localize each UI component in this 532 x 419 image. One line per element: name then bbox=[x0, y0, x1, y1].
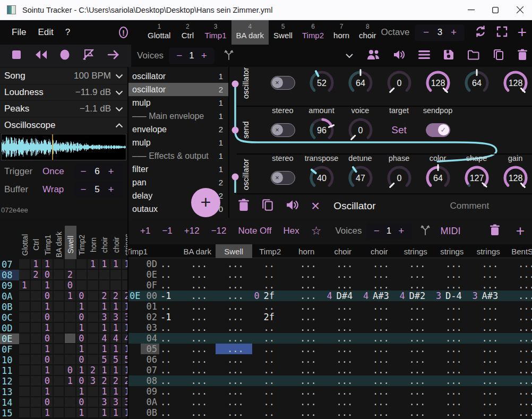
sendpop-toggle[interactable]: ✓ bbox=[426, 123, 450, 137]
order-cell[interactable] bbox=[65, 334, 76, 344]
order-cell[interactable]: 1 bbox=[76, 323, 88, 334]
note-cell[interactable]: ... bbox=[216, 407, 252, 418]
note-cell[interactable]: ... bbox=[325, 344, 362, 354]
order-cell[interactable]: 1 bbox=[99, 323, 111, 334]
instrument-tab-choir[interactable]: 8choir bbox=[354, 20, 381, 45]
order-cell[interactable]: 3 bbox=[110, 397, 122, 408]
order-cell[interactable] bbox=[99, 270, 111, 280]
note-cell[interactable]: ... bbox=[361, 407, 398, 418]
note-cell[interactable]: ... bbox=[325, 354, 362, 365]
order-cell[interactable]: 0 bbox=[76, 312, 88, 323]
order-cell[interactable] bbox=[65, 302, 76, 312]
order-cell[interactable]: 0 bbox=[76, 355, 88, 365]
knob-shape[interactable]: 127 bbox=[463, 164, 491, 192]
note-cell[interactable]: ... bbox=[434, 386, 470, 397]
order-cell[interactable] bbox=[19, 355, 31, 365]
order-cell[interactable] bbox=[31, 323, 42, 334]
order-cell[interactable]: 1 bbox=[65, 291, 76, 302]
instrument-tab-swell[interactable]: 5Swell bbox=[269, 20, 297, 45]
order-cell[interactable] bbox=[54, 355, 65, 365]
star-icon[interactable]: ☆ bbox=[311, 224, 322, 238]
note-cell[interactable]: .. bbox=[252, 397, 289, 407]
order-cell[interactable] bbox=[65, 397, 76, 408]
order-cell[interactable]: 1 bbox=[110, 365, 122, 376]
note-cell[interactable]: ... bbox=[361, 259, 398, 269]
menu-item-edit[interactable]: Edit bbox=[38, 27, 53, 38]
order-column-header-swell[interactable]: Swell bbox=[65, 226, 76, 264]
order-cell[interactable]: 2 bbox=[99, 291, 111, 302]
note-cell[interactable]: ... bbox=[507, 322, 532, 333]
order-cell[interactable] bbox=[65, 344, 76, 355]
order-cell[interactable]: 1 bbox=[42, 280, 54, 291]
note-cell[interactable]: ... bbox=[288, 386, 325, 397]
unit-list-item-pan[interactable]: pan2 bbox=[128, 176, 228, 189]
order-cell[interactable] bbox=[19, 397, 31, 408]
order-cell[interactable] bbox=[88, 408, 99, 418]
note-cell[interactable]: ... bbox=[434, 280, 470, 290]
note-cell[interactable]: ... bbox=[470, 397, 507, 407]
note-cell[interactable]: ... bbox=[507, 344, 532, 354]
track-header-strings[interactable]: strings bbox=[470, 244, 507, 258]
note-cell[interactable]: ... bbox=[361, 375, 398, 386]
loudness-row[interactable]: Loudness −11.9 dB bbox=[0, 84, 127, 100]
knob-param[interactable]: 52 bbox=[308, 69, 336, 97]
note-cell[interactable]: ... bbox=[179, 365, 216, 375]
note-cell[interactable]: ... bbox=[434, 322, 470, 333]
order-cell[interactable] bbox=[19, 334, 31, 344]
order-cell[interactable] bbox=[19, 270, 31, 280]
close-button[interactable] bbox=[508, 0, 532, 20]
order-cell[interactable] bbox=[110, 280, 122, 291]
note-cell[interactable]: ... bbox=[325, 386, 362, 397]
order-cell[interactable] bbox=[54, 376, 65, 387]
note-cell[interactable]: ... bbox=[507, 375, 532, 386]
note-cell[interactable]: ... bbox=[325, 280, 362, 290]
note-cell[interactable]: ... bbox=[398, 386, 434, 397]
note-cell[interactable]: ... bbox=[288, 397, 325, 407]
note-cell[interactable]: ... bbox=[398, 312, 434, 322]
note-cell[interactable]: ... bbox=[179, 259, 216, 269]
target-set-button[interactable]: Set bbox=[391, 124, 407, 136]
order-cell[interactable] bbox=[31, 291, 42, 302]
note-cell[interactable]: ... bbox=[325, 407, 362, 418]
warning-icon[interactable]: ! bbox=[119, 27, 128, 38]
order-cell[interactable] bbox=[54, 302, 65, 312]
order-cell[interactable]: 5 bbox=[122, 355, 128, 365]
voices-increment-button[interactable]: + bbox=[199, 50, 209, 62]
instrument-tab-glottal[interactable]: 1Glottal bbox=[143, 20, 175, 45]
note-cell[interactable]: 02f bbox=[252, 290, 289, 301]
order-cell[interactable] bbox=[65, 259, 76, 270]
note-cell[interactable]: ... bbox=[361, 322, 398, 333]
note-cell[interactable]: .. bbox=[159, 397, 179, 407]
unit-list-item-Mainenvelope[interactable]: ––– Main envelope1 bbox=[128, 109, 228, 123]
note-cell[interactable]: ... bbox=[179, 312, 216, 322]
note-cell[interactable]: ... bbox=[179, 290, 216, 301]
note-cell[interactable]: ... bbox=[434, 375, 470, 386]
order-cell[interactable] bbox=[19, 344, 31, 355]
note-cell[interactable]: ... bbox=[507, 397, 532, 407]
note-cell[interactable]: ... bbox=[216, 290, 252, 301]
order-cell[interactable] bbox=[65, 387, 76, 397]
note-cell[interactable]: .. bbox=[159, 269, 179, 280]
knob-amount[interactable]: 96 bbox=[308, 116, 336, 144]
order-cell[interactable]: 1 bbox=[110, 387, 122, 397]
order-cell[interactable]: 1 bbox=[31, 259, 42, 270]
track-header-bentstr[interactable]: BentStr bbox=[507, 244, 532, 258]
note-cell[interactable]: .. bbox=[252, 269, 289, 280]
note-button-plus1[interactable]: +1 bbox=[140, 226, 150, 236]
note-cell[interactable]: .. bbox=[159, 280, 179, 290]
note-cell[interactable]: ... bbox=[470, 333, 507, 344]
knob-voice[interactable]: 0 bbox=[347, 116, 374, 144]
menu-hamburger-icon[interactable] bbox=[418, 50, 430, 62]
note-cell[interactable]: ... bbox=[325, 365, 362, 375]
note-cell[interactable]: ... bbox=[216, 301, 252, 312]
order-cell[interactable] bbox=[31, 397, 42, 408]
instrument-tab-ctrl[interactable]: 2Ctrl bbox=[175, 20, 200, 45]
order-cell[interactable]: 1 bbox=[99, 302, 111, 312]
note-cell[interactable]: .. bbox=[252, 301, 289, 312]
note-cell[interactable]: ... bbox=[216, 386, 252, 397]
unit-comment-field[interactable]: Comment bbox=[450, 201, 490, 211]
note-cell[interactable]: ... bbox=[398, 344, 434, 354]
order-cell[interactable]: 1 bbox=[110, 323, 122, 334]
order-cell[interactable]: 1 bbox=[42, 365, 54, 376]
order-cell[interactable]: 0 bbox=[76, 397, 88, 408]
